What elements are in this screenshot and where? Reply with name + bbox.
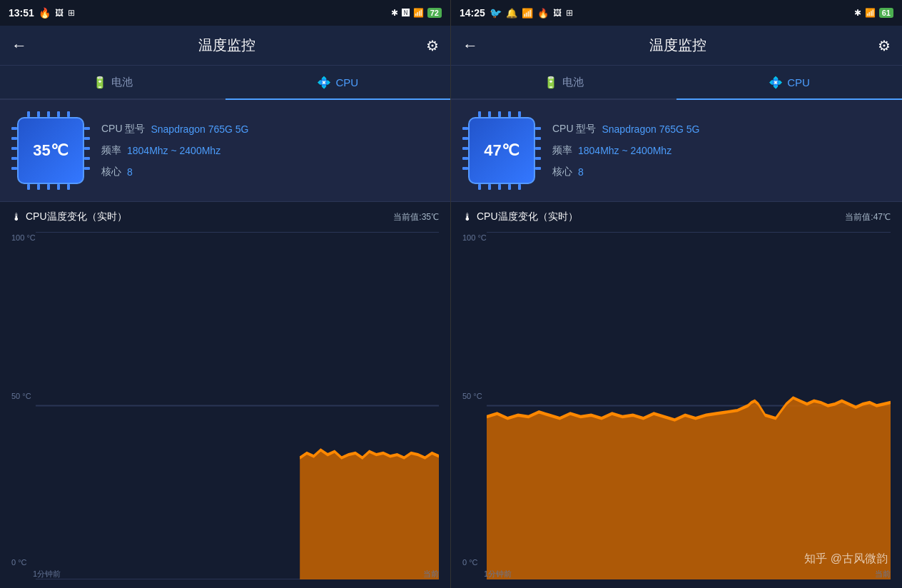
chip-pin bbox=[47, 184, 50, 190]
chip-pin bbox=[488, 111, 491, 117]
cpu-cores-row-1: 核心 8 bbox=[101, 166, 439, 178]
grid-icon-1: ⊞ bbox=[68, 8, 75, 18]
chip-pin bbox=[67, 111, 70, 117]
tab-cpu-2[interactable]: 💠 CPU bbox=[676, 66, 902, 100]
bell-icon-2: 🔔 bbox=[506, 8, 517, 19]
cpu-model-row-1: CPU 型号 Snapdragon 765G 5G bbox=[101, 123, 439, 136]
bluetooth-icon-2: ✱ bbox=[854, 8, 861, 18]
y-label-100-2: 100 °C bbox=[462, 233, 487, 242]
y-label-50-1: 50 °C bbox=[11, 392, 31, 400]
time-1: 13:51 bbox=[9, 7, 34, 19]
chip-pin bbox=[508, 184, 511, 190]
y-label-50-2: 50 °C bbox=[462, 392, 482, 400]
tab-battery-2[interactable]: 🔋 电池 bbox=[451, 66, 676, 100]
cpu-model-value-1: Snapdragon 765G 5G bbox=[151, 123, 248, 135]
chip-temp-1: 35℃ bbox=[33, 141, 68, 160]
tab-cpu-label-2: CPU bbox=[787, 76, 810, 88]
chip-pin bbox=[84, 127, 90, 130]
chart-svg-2 bbox=[487, 232, 891, 579]
chip-pin bbox=[84, 167, 90, 170]
back-button-1[interactable]: ← bbox=[11, 36, 27, 55]
chart-title-text-1: CPU温度变化（实时） bbox=[26, 211, 127, 223]
cpu-info-section-1: 35℃ CPU 型号 Snapdragon 765G 5G 频率 1804Mhz… bbox=[0, 100, 450, 202]
chip-pin bbox=[478, 184, 481, 190]
tab-cpu-label-1: CPU bbox=[335, 76, 358, 88]
fire-icon-1: 🔥 bbox=[39, 7, 51, 19]
cpu-chip-1: 35℃ bbox=[11, 111, 90, 190]
thermometer-icon-2: 🌡 bbox=[462, 211, 472, 223]
chip-pin bbox=[11, 127, 17, 130]
chip-pin bbox=[37, 184, 40, 190]
cpu-cores-row-2: 核心 8 bbox=[552, 166, 891, 178]
settings-button-1[interactable]: ⚙ bbox=[426, 37, 439, 54]
y-label-100-1: 100 °C bbox=[11, 233, 36, 242]
chip-pin bbox=[27, 111, 30, 117]
chip-pin bbox=[508, 111, 511, 117]
chip-pin bbox=[84, 137, 90, 140]
signal-icon-2: 📶 bbox=[522, 8, 533, 19]
tab-cpu-1[interactable]: 💠 CPU bbox=[226, 66, 451, 100]
fire-icon-2: 🔥 bbox=[537, 8, 549, 19]
chart-container-1: 100 °C 50 °C 0 °C 1分钟前 当前 bbox=[11, 232, 439, 579]
page-title-2: 温度监控 bbox=[649, 36, 706, 55]
chip-pin bbox=[498, 184, 501, 190]
chip-pin bbox=[84, 147, 90, 150]
thermometer-icon-1: 🌡 bbox=[11, 211, 21, 223]
x-label-right-2: 当前 bbox=[875, 569, 891, 579]
x-label-left-1: 1分钟前 bbox=[33, 569, 61, 579]
back-button-2[interactable]: ← bbox=[462, 36, 478, 55]
chip-pin bbox=[462, 137, 468, 140]
cpu-freq-label-1: 频率 bbox=[101, 144, 121, 157]
chart-title-row-2: 🌡 CPU温度变化（实时） 当前值:47℃ bbox=[462, 211, 891, 223]
chip-pin bbox=[462, 167, 468, 170]
settings-button-2[interactable]: ⚙ bbox=[878, 37, 891, 54]
chip-pin bbox=[462, 127, 468, 130]
chart-section-1: 🌡 CPU温度变化（实时） 当前值:35℃ 100 °C 50 °C 0 °C … bbox=[0, 202, 450, 588]
chip-pin bbox=[488, 184, 491, 190]
chip-pin bbox=[57, 184, 60, 190]
watermark: 知乎 @古风微韵 bbox=[804, 552, 888, 567]
cpu-freq-value-2: 1804Mhz ~ 2400Mhz bbox=[578, 145, 672, 156]
cpu-tab-icon-1: 💠 bbox=[317, 76, 331, 89]
chip-pin bbox=[11, 167, 17, 170]
chart-current-1: 当前值:35℃ bbox=[393, 211, 439, 223]
battery-pct-2: 61 bbox=[879, 8, 893, 18]
status-right-1: ✱ 🅽 📶 72 bbox=[391, 8, 442, 18]
grid-icon-2: ⊞ bbox=[566, 8, 573, 18]
status-left-1: 13:51 🔥 🖼 ⊞ bbox=[9, 7, 75, 19]
cpu-freq-row-1: 频率 1804Mhz ~ 2400Mhz bbox=[101, 144, 439, 157]
chip-pin bbox=[535, 147, 541, 150]
status-right-2: ✱ 📶 61 bbox=[854, 8, 893, 18]
chart-title-row-1: 🌡 CPU温度变化（实时） 当前值:35℃ bbox=[11, 211, 439, 223]
chip-pin bbox=[67, 184, 70, 190]
chart-svg-1 bbox=[36, 232, 439, 579]
battery-tab-icon-1: 🔋 bbox=[93, 76, 107, 89]
chip-pin bbox=[47, 111, 50, 117]
cpu-freq-row-2: 频率 1804Mhz ~ 2400Mhz bbox=[552, 144, 891, 157]
cpu-freq-label-2: 频率 bbox=[552, 144, 572, 157]
cpu-model-label-1: CPU 型号 bbox=[101, 123, 145, 136]
tab-battery-label-1: 电池 bbox=[111, 76, 133, 89]
chart-section-2: 🌡 CPU温度变化（实时） 当前值:47℃ 100 °C 50 °C 0 °C … bbox=[451, 202, 902, 588]
chart-title-1: 🌡 CPU温度变化（实时） bbox=[11, 211, 127, 223]
chart-title-2: 🌡 CPU温度变化（实时） bbox=[462, 211, 578, 223]
chip-temp-2: 47℃ bbox=[484, 141, 519, 160]
x-label-right-1: 当前 bbox=[423, 569, 439, 579]
svg-marker-3 bbox=[300, 450, 439, 579]
chip-pin bbox=[518, 184, 521, 190]
chart-title-text-2: CPU温度变化（实时） bbox=[477, 211, 578, 223]
chip-pin bbox=[518, 111, 521, 117]
tab-battery-1[interactable]: 🔋 电池 bbox=[0, 66, 226, 100]
cpu-cores-value-1: 8 bbox=[127, 166, 133, 178]
status-bar-2: 14:25 🐦 🔔 📶 🔥 🖼 ⊞ ✱ 📶 61 bbox=[451, 0, 902, 26]
chip-pin bbox=[478, 111, 481, 117]
status-left-2: 14:25 🐦 🔔 📶 🔥 🖼 ⊞ bbox=[460, 7, 573, 19]
cpu-freq-value-1: 1804Mhz ~ 2400Mhz bbox=[127, 145, 221, 156]
chip-pin bbox=[535, 127, 541, 130]
y-label-0-1: 0 °C bbox=[11, 558, 27, 567]
top-bar-2: ← 温度监控 ⚙ bbox=[451, 26, 902, 66]
screen-icon-2: 🖼 bbox=[553, 8, 562, 18]
cpu-model-label-2: CPU 型号 bbox=[552, 123, 596, 136]
page-title-1: 温度监控 bbox=[198, 36, 255, 55]
nfc-icon-1: 🅽 bbox=[402, 9, 410, 17]
